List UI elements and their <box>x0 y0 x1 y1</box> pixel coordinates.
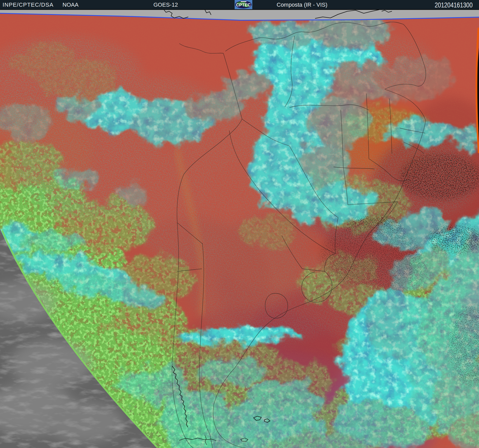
svg-text:INPE/CPTEC/DSA: INPE/CPTEC/DSA <box>3 2 53 8</box>
svg-text:Composta (IR - VIS): Composta (IR - VIS) <box>277 2 327 8</box>
svg-text:NOAA: NOAA <box>63 2 79 8</box>
svg-text:GOES-12: GOES-12 <box>153 2 178 8</box>
svg-text:201204161300: 201204161300 <box>435 1 473 9</box>
svg-text:CPTEC: CPTEC <box>236 3 251 7</box>
